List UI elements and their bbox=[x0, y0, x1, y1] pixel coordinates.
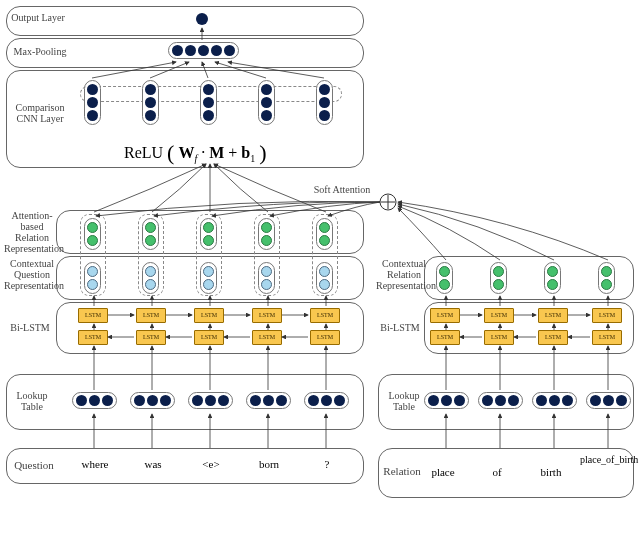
lk-l-4 bbox=[246, 392, 291, 409]
ctxq-col-2 bbox=[142, 262, 159, 294]
label-attn-rel: Attention-based Relation Representation bbox=[4, 210, 60, 254]
lstm-l-t-1: LSTM bbox=[78, 308, 108, 323]
cnn-formula: ReLU ( Wf · M + b1 ) bbox=[124, 138, 267, 164]
qtok-5: ? bbox=[304, 458, 350, 470]
label-ctx-q: Contextual Question Representation bbox=[4, 258, 60, 291]
lstm-r-b-1: LSTM bbox=[430, 330, 460, 345]
lk-l-3 bbox=[188, 392, 233, 409]
cnn-col-4 bbox=[258, 80, 275, 125]
ctxq-col-1 bbox=[84, 262, 101, 294]
rtok-1: place bbox=[420, 466, 466, 478]
qtok-4: born bbox=[246, 458, 292, 470]
cnn-col-1 bbox=[84, 80, 101, 125]
w-sub: f bbox=[194, 153, 197, 164]
ctxq-col-5 bbox=[316, 262, 333, 294]
lstm-l-b-1: LSTM bbox=[78, 330, 108, 345]
lk-l-2 bbox=[130, 392, 175, 409]
lk-r-3 bbox=[532, 392, 577, 409]
lstm-r-t-3: LSTM bbox=[538, 308, 568, 323]
label-output: Output Layer bbox=[10, 12, 66, 23]
attn-col-5 bbox=[316, 218, 333, 250]
ctxr-col-4 bbox=[598, 262, 615, 294]
attn-col-3 bbox=[200, 218, 217, 250]
lstm-l-b-3: LSTM bbox=[194, 330, 224, 345]
soft-attention-icon bbox=[378, 192, 398, 212]
attn-col-1 bbox=[84, 218, 101, 250]
ctxr-col-1 bbox=[436, 262, 453, 294]
lstm-r-t-1: LSTM bbox=[430, 308, 460, 323]
m-matrix: M bbox=[209, 144, 224, 161]
lk-r-1 bbox=[424, 392, 469, 409]
cnn-col-2 bbox=[142, 80, 159, 125]
lstm-l-t-5: LSTM bbox=[310, 308, 340, 323]
b-vec: b bbox=[241, 144, 250, 161]
lstm-l-t-3: LSTM bbox=[194, 308, 224, 323]
ctxr-col-3 bbox=[544, 262, 561, 294]
lstm-l-t-2: LSTM bbox=[136, 308, 166, 323]
label-cnn: Comparison CNN Layer bbox=[10, 102, 70, 124]
label-question: Question bbox=[12, 460, 56, 471]
label-bilstm-left: Bi-LSTM bbox=[8, 322, 52, 333]
ctxq-col-4 bbox=[258, 262, 275, 294]
plus-op: + bbox=[228, 144, 241, 161]
w-matrix: W bbox=[178, 144, 194, 161]
label-soft-attn: Soft Attention bbox=[302, 184, 382, 195]
attn-col-2 bbox=[142, 218, 159, 250]
rtok-2: of bbox=[474, 466, 520, 478]
lstm-l-b-5: LSTM bbox=[310, 330, 340, 345]
qtok-1: where bbox=[72, 458, 118, 470]
rtok-3: birth bbox=[528, 466, 574, 478]
label-relation: Relation bbox=[382, 466, 422, 477]
lk-r-2 bbox=[478, 392, 523, 409]
lstm-l-t-4: LSTM bbox=[252, 308, 282, 323]
lstm-r-t-2: LSTM bbox=[484, 308, 514, 323]
label-lookup-right: Lookup Table bbox=[382, 390, 426, 412]
lk-r-4 bbox=[586, 392, 631, 409]
output-node bbox=[196, 13, 208, 25]
paren-close: ) bbox=[259, 140, 266, 165]
b-sub: 1 bbox=[250, 153, 255, 164]
lstm-r-b-2: LSTM bbox=[484, 330, 514, 345]
lstm-l-b-4: LSTM bbox=[252, 330, 282, 345]
label-bilstm-right: Bi-LSTM bbox=[378, 322, 422, 333]
label-maxpool: Max-Pooling bbox=[10, 46, 70, 57]
lstm-r-b-3: LSTM bbox=[538, 330, 568, 345]
rtok-4: place_of_birth bbox=[580, 454, 632, 465]
lk-l-5 bbox=[304, 392, 349, 409]
label-ctx-r: Contextual Relation Representation bbox=[376, 258, 432, 291]
label-lookup-left: Lookup Table bbox=[10, 390, 54, 412]
cnn-col-5 bbox=[316, 80, 333, 125]
lk-l-1 bbox=[72, 392, 117, 409]
paren-open: ( bbox=[167, 140, 174, 165]
cnn-col-3 bbox=[200, 80, 217, 125]
lstm-r-b-4: LSTM bbox=[592, 330, 622, 345]
attn-col-4 bbox=[258, 218, 275, 250]
lstm-l-b-2: LSTM bbox=[136, 330, 166, 345]
ctxq-col-3 bbox=[200, 262, 217, 294]
qtok-3: <e> bbox=[188, 458, 234, 470]
qtok-2: was bbox=[130, 458, 176, 470]
relu-label: ReLU bbox=[124, 144, 163, 161]
maxpool-vector bbox=[168, 42, 239, 59]
lstm-r-t-4: LSTM bbox=[592, 308, 622, 323]
ctxr-col-2 bbox=[490, 262, 507, 294]
